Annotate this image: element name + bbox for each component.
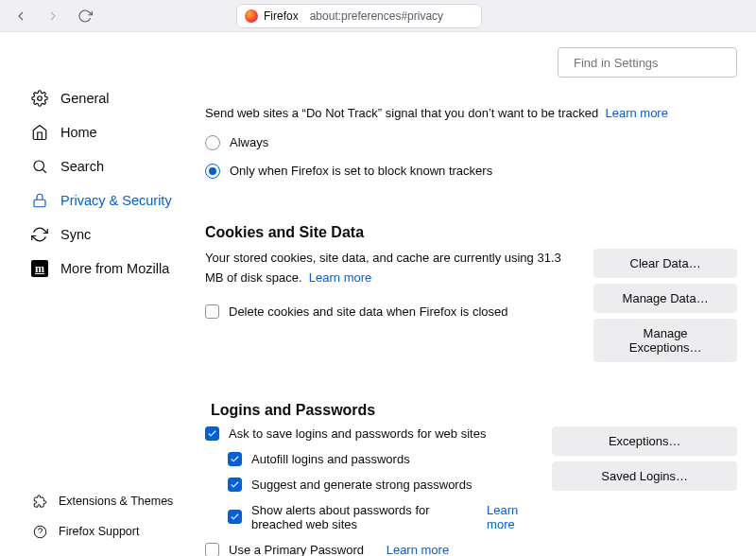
sidebar-footer-support[interactable]: Firefox Support [0,516,194,547]
sidebar-item-label: Home [60,125,97,140]
address-bar[interactable]: Firefox about:preferences#privacy [236,4,482,28]
sidebar-item-general[interactable]: General [0,81,194,115]
saved-logins-button[interactable]: Saved Logins… [552,461,737,491]
url-brand: Firefox [264,9,299,23]
sidebar-item-privacy[interactable]: Privacy & Security [0,183,194,217]
sidebar-footer-extensions[interactable]: Extensions & Themes [0,486,194,516]
sidebar: General Home Search [0,32,194,556]
primary-password-label: Use a Primary Password [229,543,364,556]
ask-save-logins-checkbox[interactable] [205,426,219,441]
back-button[interactable] [8,3,34,29]
sidebar-item-label: Search [60,159,104,174]
sidebar-item-label: General [60,91,110,106]
ask-save-logins-label: Ask to save logins and passwords for web… [229,426,486,441]
breach-alerts-learn-link[interactable]: Learn more [487,503,533,531]
delete-on-close-checkbox[interactable] [205,304,219,319]
url-text: about:preferences#privacy [310,9,443,23]
sidebar-item-label: More from Mozilla [60,261,169,276]
svg-rect-3 [34,200,45,207]
dnt-radio-only-blocking[interactable] [205,164,220,179]
dnt-radio-only-label: Only when Firefox is set to block known … [230,164,492,178]
breach-alerts-checkbox[interactable] [228,510,242,524]
forward-button[interactable] [40,3,66,29]
sidebar-item-sync[interactable]: Sync [0,217,194,252]
cookies-description: Your stored cookies, site data, and cach… [205,251,561,285]
mozilla-icon: m [30,259,49,278]
sidebar-item-more-mozilla[interactable]: m More from Mozilla [0,252,194,286]
settings-search-input[interactable] [558,47,737,78]
breach-alerts-label: Show alerts about passwords for breached… [251,503,464,531]
sidebar-item-label: Sync [60,227,91,242]
sidebar-footer-label: Firefox Support [59,525,139,538]
sync-icon [30,225,49,244]
help-icon [30,522,49,541]
puzzle-icon [30,492,49,511]
svg-point-4 [34,526,46,538]
clear-data-button[interactable]: Clear Data… [593,249,737,278]
reload-button[interactable] [72,3,98,29]
suggest-passwords-checkbox[interactable] [228,478,242,492]
manage-exceptions-button[interactable]: Manage Exceptions… [593,319,737,362]
dnt-radio-always[interactable] [205,135,220,150]
cookies-learn-more-link[interactable]: Learn more [309,270,371,285]
dnt-description: Send web sites a “Do Not Track” signal t… [205,106,598,120]
content-pane: Send web sites a “Do Not Track” signal t… [194,32,756,556]
delete-on-close-label: Delete cookies and site data when Firefo… [229,304,508,319]
autofill-checkbox[interactable] [228,452,242,466]
manage-data-button[interactable]: Manage Data… [593,284,737,313]
gear-icon [30,89,49,108]
suggest-passwords-label: Suggest and generate strong passwords [251,478,472,492]
primary-password-checkbox[interactable] [205,543,219,556]
svg-line-2 [43,169,45,172]
home-icon [30,123,49,142]
svg-point-1 [34,161,44,171]
logins-exceptions-button[interactable]: Exceptions… [552,426,737,456]
logins-heading: Logins and Passwords [211,402,737,419]
sidebar-item-label: Privacy & Security [60,193,172,208]
dnt-radio-always-label: Always [230,135,268,149]
primary-password-learn-link[interactable]: Learn more [387,543,449,556]
search-icon [30,157,49,176]
sidebar-item-search[interactable]: Search [0,149,194,183]
sidebar-item-home[interactable]: Home [0,115,194,149]
browser-toolbar: Firefox about:preferences#privacy [0,0,756,32]
dnt-learn-more-link[interactable]: Learn more [605,106,667,120]
firefox-logo-icon [245,9,258,23]
settings-search-field[interactable] [572,55,734,71]
cookies-heading: Cookies and Site Data [205,224,737,241]
lock-icon [30,191,49,210]
svg-point-0 [38,96,43,101]
sidebar-footer-label: Extensions & Themes [59,495,173,508]
autofill-label: Autofill logins and passwords [251,452,410,466]
